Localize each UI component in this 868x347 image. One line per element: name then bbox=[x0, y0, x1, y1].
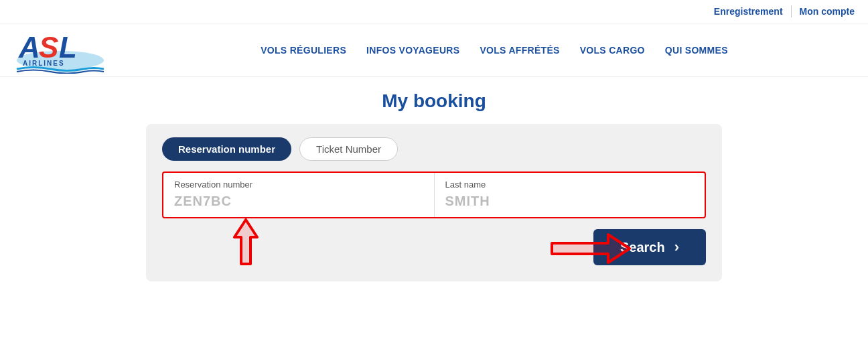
nav-vols-affretés[interactable]: VOLS AFFRÉTÉS bbox=[480, 45, 559, 56]
nav-links: VOLS RÉGULIERS INFOS VOYAGEURS VOLS AFFR… bbox=[134, 45, 855, 56]
reservation-number-field[interactable]: Reservation number ZEN7BC bbox=[163, 173, 435, 217]
last-name-value: SMITH bbox=[445, 194, 695, 209]
nav-qui-sommes[interactable]: QUI SOMMES bbox=[665, 45, 728, 56]
top-bar: Enregistrement Mon compte bbox=[0, 0, 868, 23]
nav-vols-cargo[interactable]: VOLS CARGO bbox=[580, 45, 645, 56]
nav-infos-voyageurs[interactable]: INFOS VOYAGEURS bbox=[366, 45, 459, 56]
svg-marker-9 bbox=[552, 234, 630, 263]
asl-logo: A S L AIRLINES FRANCE bbox=[13, 27, 107, 74]
annotation-arrow-up bbox=[229, 218, 263, 265]
svg-text:AIRLINES: AIRLINES bbox=[23, 60, 65, 67]
page-title: My booking bbox=[382, 90, 486, 112]
nav-vols-reguliers[interactable]: VOLS RÉGULIERS bbox=[261, 45, 346, 56]
last-name-label: Last name bbox=[445, 180, 695, 190]
tab-ticket-number[interactable]: Ticket Number bbox=[299, 137, 398, 161]
svg-text:S: S bbox=[39, 31, 58, 64]
svg-text:L: L bbox=[59, 31, 77, 64]
svg-marker-7 bbox=[234, 220, 257, 264]
main-content: My booking Reservation number Ticket Num… bbox=[0, 77, 868, 295]
mon-compte-link[interactable]: Mon compte bbox=[800, 6, 855, 17]
annotation-arrow-right bbox=[551, 232, 631, 265]
logo-area: A S L AIRLINES FRANCE bbox=[13, 27, 107, 74]
tab-reservation-number[interactable]: Reservation number bbox=[162, 137, 291, 161]
reservation-number-label: Reservation number bbox=[174, 180, 423, 190]
right-arrow-svg bbox=[551, 232, 631, 265]
last-name-field[interactable]: Last name SMITH bbox=[435, 173, 705, 217]
fields-row: Reservation number ZEN7BC Last name SMIT… bbox=[162, 171, 706, 218]
tabs-row: Reservation number Ticket Number bbox=[162, 137, 706, 161]
logo-box: A S L AIRLINES FRANCE bbox=[13, 27, 107, 74]
bottom-row: Search › bbox=[162, 229, 706, 265]
topbar-divider bbox=[791, 5, 792, 17]
search-chevron-icon: › bbox=[674, 238, 679, 256]
reservation-number-value: ZEN7BC bbox=[174, 194, 423, 209]
up-arrow-svg bbox=[229, 218, 263, 265]
nav-bar: A S L AIRLINES FRANCE VOLS RÉGULIERS INF… bbox=[0, 23, 868, 77]
enregistrement-link[interactable]: Enregistrement bbox=[714, 6, 783, 17]
svg-text:A: A bbox=[18, 31, 40, 64]
booking-card: Reservation number Ticket Number Reserva… bbox=[146, 124, 722, 281]
